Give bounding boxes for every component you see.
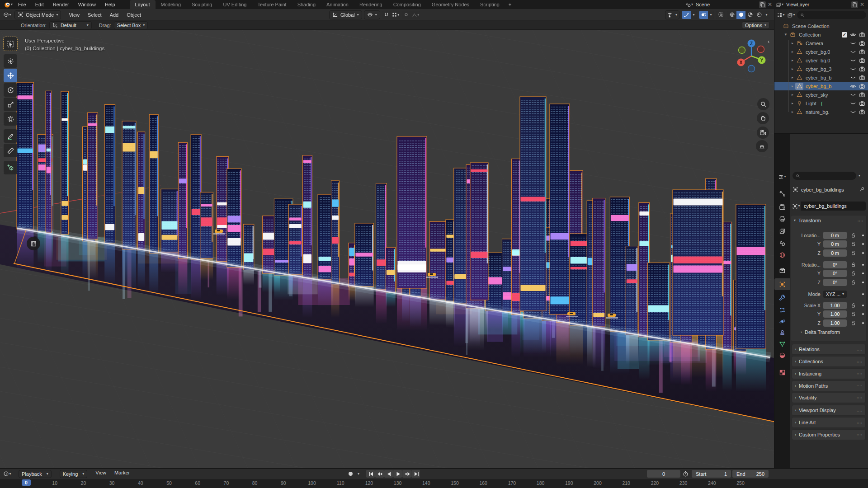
timeline-menu-marker[interactable]: Marker: [110, 470, 134, 478]
menu-window[interactable]: Window: [74, 0, 100, 9]
ruler-tick[interactable]: 180: [537, 480, 545, 486]
expand-icon[interactable]: ▸: [790, 110, 795, 114]
expand-icon[interactable]: ▸: [790, 101, 795, 105]
tool-scale[interactable]: [4, 98, 17, 111]
panel-visibility[interactable]: ›Visibility::::: [792, 392, 866, 403]
ruler-tick[interactable]: 40: [138, 480, 143, 486]
frame-end-field[interactable]: End 250: [732, 470, 769, 478]
overlays-dropdown[interactable]: ▾: [708, 11, 714, 19]
animate-dot[interactable]: [862, 252, 864, 254]
drag-handle-icon[interactable]: ::::: [857, 408, 863, 413]
close-icon[interactable]: ✕: [860, 1, 864, 8]
delta-transform-subpanel[interactable]: › Delta Transform: [801, 329, 840, 335]
tab-geometry-nodes[interactable]: Geometry Nodes: [426, 0, 475, 9]
ruler-tick[interactable]: 100: [308, 480, 316, 486]
filter-dropdown[interactable]: ▾: [787, 11, 796, 19]
film-overlay-button[interactable]: [27, 237, 40, 250]
current-frame-field[interactable]: 0: [647, 470, 680, 478]
eye-open-icon[interactable]: [850, 31, 856, 38]
playhead-badge[interactable]: 0: [22, 479, 31, 486]
tab-rendering[interactable]: Rendering: [354, 0, 388, 9]
ruler-tick[interactable]: 10: [52, 480, 57, 486]
properties-editor-type-button[interactable]: ▾: [774, 171, 790, 183]
camera-render-icon[interactable]: [859, 74, 865, 80]
camera-render-icon[interactable]: [859, 91, 865, 98]
transform-value-field[interactable]: 0 m: [823, 240, 847, 248]
tab-animation[interactable]: Animation: [321, 0, 354, 9]
properties-tab-texture[interactable]: [774, 366, 790, 378]
ruler-tick[interactable]: 110: [337, 480, 344, 486]
lock-icon[interactable]: [850, 279, 856, 286]
lock-icon[interactable]: [850, 270, 856, 277]
eye-closed-icon[interactable]: [850, 91, 856, 98]
tab-sculpting[interactable]: Sculpting: [186, 0, 217, 9]
properties-search[interactable]: [793, 172, 856, 180]
scene-selector[interactable]: ▾ Scene ✕: [685, 0, 774, 9]
expand-icon[interactable]: ▸: [790, 67, 795, 71]
tool-transform[interactable]: [4, 112, 17, 126]
display-mode-dropdown[interactable]: ▾: [776, 11, 785, 19]
timeline-menu-keying[interactable]: Keying▾: [56, 470, 92, 478]
ruler-tick[interactable]: 170: [508, 480, 516, 486]
show-gizmo-toggle[interactable]: [682, 11, 691, 19]
shading-wireframe-button[interactable]: [727, 11, 736, 19]
eye-closed-icon[interactable]: [850, 100, 856, 106]
eye-open-icon[interactable]: [850, 83, 856, 89]
drag-dropdown[interactable]: Select Box▾: [114, 21, 148, 29]
tab-layout[interactable]: Layout: [130, 0, 156, 9]
animate-dot[interactable]: [862, 322, 864, 324]
animate-dot[interactable]: [862, 313, 864, 315]
eye-closed-icon[interactable]: [850, 57, 856, 63]
eye-closed-icon[interactable]: [850, 66, 856, 72]
animate-dot[interactable]: [862, 305, 864, 306]
pivot-point-dropdown[interactable]: ▾: [364, 10, 380, 19]
panel-motion-paths[interactable]: ›Motion Paths::::: [792, 380, 866, 391]
pan-button[interactable]: [757, 112, 769, 124]
timeline-menu-view[interactable]: View: [91, 470, 110, 478]
toggle-xray-button[interactable]: [716, 11, 725, 19]
camera-render-icon[interactable]: [859, 57, 865, 63]
panel-custom-properties[interactable]: ›Custom Properties::::: [792, 429, 866, 440]
camera-render-icon[interactable]: [859, 100, 865, 106]
ruler-tick[interactable]: 80: [252, 480, 258, 486]
tab-shading[interactable]: Shading: [292, 0, 321, 9]
filter-icon[interactable]: ▾: [859, 174, 860, 178]
tool-annotate[interactable]: [4, 129, 17, 143]
object-visibility-dropdown[interactable]: ▾: [665, 10, 679, 19]
properties-tab-modifiers[interactable]: [774, 292, 790, 304]
ruler-tick[interactable]: 60: [195, 480, 200, 486]
ruler-tick[interactable]: 30: [109, 480, 115, 486]
drag-handle-icon[interactable]: ::::: [857, 433, 863, 437]
navigation-gizmo[interactable]: Z X Y: [735, 37, 768, 75]
menu-render[interactable]: Render: [48, 0, 74, 9]
orientation-dropdown[interactable]: Default ▾: [49, 21, 92, 29]
properties-tab-object-data[interactable]: [774, 338, 790, 350]
tab-modeling[interactable]: Modeling: [156, 0, 187, 9]
transform-panel-title[interactable]: Transform: [798, 218, 821, 223]
drag-handle-icon[interactable]: ::::: [857, 360, 863, 364]
ruler-tick[interactable]: 150: [451, 480, 459, 486]
ruler-tick[interactable]: 160: [479, 480, 487, 486]
animate-dot[interactable]: [862, 293, 864, 295]
ruler-tick[interactable]: 240: [708, 480, 716, 486]
next-keyframe-button[interactable]: [402, 470, 411, 478]
menu-file[interactable]: File: [14, 0, 31, 9]
auto-keying-button[interactable]: [345, 470, 355, 478]
snap-toggle[interactable]: [382, 11, 391, 19]
properties-tab-tool[interactable]: [774, 188, 790, 199]
timeline-ruler[interactable]: 0102030405060708090100110120130140150160…: [0, 479, 868, 488]
pin-icon[interactable]: [859, 187, 865, 192]
mode-dropdown[interactable]: Object Mode ▾: [14, 10, 61, 19]
checkbox-icon[interactable]: ✓: [842, 32, 847, 38]
ruler-tick[interactable]: 230: [679, 480, 688, 486]
transform-value-field[interactable]: 0°: [823, 261, 847, 268]
lock-icon[interactable]: [850, 311, 856, 317]
tool-measure[interactable]: [4, 144, 17, 157]
lock-icon[interactable]: [850, 241, 856, 247]
tool-cursor[interactable]: [4, 54, 17, 68]
drag-handle-icon[interactable]: ::::: [857, 347, 863, 352]
outliner-search[interactable]: [797, 11, 866, 19]
panel-collections[interactable]: ›Collections::::: [792, 356, 866, 367]
properties-tab-object[interactable]: [774, 278, 790, 290]
tab-scripting[interactable]: Scripting: [475, 0, 505, 9]
